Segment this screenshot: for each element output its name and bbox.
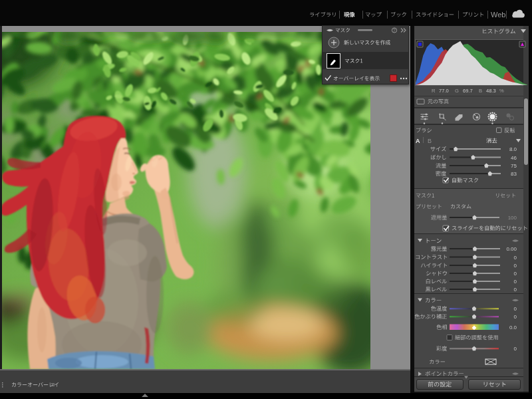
svg-text:0: 0 [514, 346, 517, 352]
svg-text:0: 0 [514, 255, 517, 261]
svg-text:0.00: 0.00 [506, 246, 517, 252]
svg-text:0: 0 [514, 287, 517, 293]
svg-text:?: ? [393, 28, 396, 33]
svg-text:75: 75 [511, 163, 517, 169]
svg-text:B: B [479, 88, 482, 94]
svg-text:46: 46 [511, 155, 517, 161]
svg-text:0: 0 [514, 279, 517, 285]
svg-text:Web: Web [491, 11, 505, 19]
svg-text:R: R [432, 88, 436, 94]
svg-text:÷: ÷ [467, 204, 470, 210]
svg-text:77.0: 77.0 [439, 88, 449, 94]
svg-text:0: 0 [514, 306, 517, 312]
svg-text:0: 0 [514, 314, 517, 320]
svg-text:8.0: 8.0 [509, 146, 517, 152]
svg-text:100: 100 [508, 215, 517, 221]
svg-text:48.3: 48.3 [486, 88, 496, 94]
svg-text:0: 0 [514, 263, 517, 269]
svg-text:B: B [428, 138, 432, 144]
svg-text:0.0: 0.0 [509, 325, 517, 331]
svg-text:G: G [455, 88, 459, 94]
svg-text:69.7: 69.7 [463, 88, 473, 94]
svg-text:%: % [499, 88, 504, 94]
svg-text:A: A [416, 138, 420, 144]
svg-text:0: 0 [514, 271, 517, 277]
svg-text:83: 83 [511, 171, 517, 177]
